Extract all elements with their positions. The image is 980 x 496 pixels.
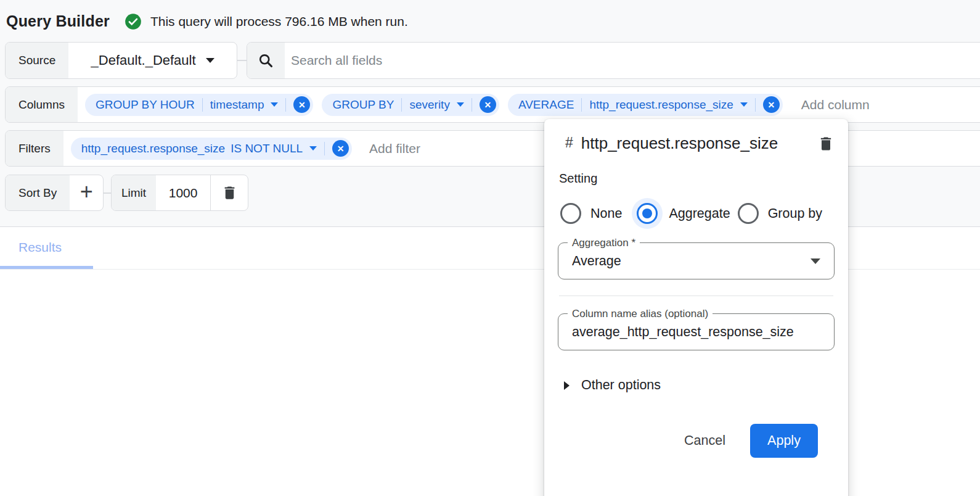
columns-label: Columns: [6, 87, 78, 122]
trash-icon: [817, 135, 835, 152]
limit-label: Limit: [112, 175, 156, 210]
chip-field: http_request.response_size: [589, 98, 733, 112]
column-alias-input[interactable]: [572, 324, 820, 340]
column-alias-field: Column name alias (optional): [558, 313, 835, 350]
search-field-row: [247, 42, 980, 79]
radio-none-label[interactable]: None: [590, 206, 622, 221]
add-filter-input[interactable]: Add filter: [369, 141, 420, 156]
search-input[interactable]: [285, 43, 980, 78]
radio-aggregate-label[interactable]: Aggregate: [669, 206, 730, 221]
apply-button[interactable]: Apply: [750, 424, 818, 458]
chip-condition: IS NOT NULL: [231, 142, 303, 155]
column-settings-popup: # http_request.response_size Setting Non…: [544, 119, 848, 496]
filter-chip-response-size[interactable]: http_request.response_size IS NOT NULL ✕: [71, 138, 352, 160]
other-options-expander[interactable]: Other options: [558, 378, 835, 393]
aggregation-select[interactable]: Aggregation * Average: [558, 242, 835, 279]
limit-value-cell: [156, 175, 210, 210]
setting-heading: Setting: [559, 172, 835, 186]
chip-divider: [401, 98, 402, 112]
chevron-down-icon: [309, 146, 317, 151]
aggregation-select-value: Average: [572, 254, 801, 269]
popup-header: # http_request.response_size: [558, 130, 835, 157]
chevron-down-icon: [740, 102, 748, 107]
chip-field: timestamp: [210, 98, 264, 112]
chip-divider: [581, 98, 582, 112]
delete-column-button[interactable]: [817, 135, 835, 155]
chevron-down-icon: [271, 102, 278, 107]
limit-input[interactable]: [160, 186, 206, 200]
chip-divider: [285, 98, 286, 112]
chip-divider: [324, 142, 325, 155]
check-circle-icon: [125, 13, 142, 30]
column-chip-timestamp[interactable]: GROUP BY HOUR timestamp ✕: [85, 94, 313, 116]
other-options-label: Other options: [581, 378, 661, 393]
radio-none[interactable]: [560, 203, 581, 224]
page-title: Query Builder: [6, 12, 110, 30]
source-dropdown-value: _Default._Default: [91, 52, 196, 68]
columns-chip-area: GROUP BY HOUR timestamp ✕ GROUP BY sever…: [78, 87, 980, 122]
remove-column-icon[interactable]: ✕: [293, 96, 310, 113]
delete-limit-button[interactable]: [210, 175, 248, 210]
dropdown-arrow-icon: [811, 258, 820, 264]
plus-icon: +: [80, 181, 93, 203]
query-process-status: This query will process 796.16 MB when r…: [150, 14, 408, 29]
column-alias-label: Column name alias (optional): [568, 308, 713, 320]
chip-divider: [202, 98, 203, 112]
radio-aggregate[interactable]: [632, 198, 663, 229]
limit-row: Limit: [111, 175, 248, 211]
remove-filter-icon[interactable]: ✕: [332, 140, 349, 157]
cancel-button[interactable]: Cancel: [680, 427, 729, 455]
header: Query Builder This query will process 79…: [6, 12, 408, 30]
row-connector: [237, 60, 247, 61]
source-row: Source _Default._Default: [5, 42, 237, 79]
popup-divider: [559, 296, 833, 296]
popup-actions: Cancel Apply: [558, 424, 818, 458]
add-sort-button[interactable]: +: [70, 175, 103, 210]
numeric-field-icon: #: [565, 134, 573, 151]
search-icon-cell: [247, 43, 285, 78]
tab-results[interactable]: Results: [18, 240, 62, 255]
sort-by-row: Sort By +: [5, 175, 104, 211]
expand-arrow-icon: [564, 381, 570, 390]
chip-prefix: GROUP BY: [332, 98, 394, 112]
aggregation-select-label: Aggregation *: [568, 237, 640, 249]
columns-row: Columns GROUP BY HOUR timestamp ✕ GROUP …: [5, 86, 980, 123]
add-column-input[interactable]: Add column: [801, 97, 870, 112]
chip-prefix: GROUP BY HOUR: [96, 98, 195, 112]
sort-by-label: Sort By: [6, 175, 70, 210]
query-builder-screen: Query Builder This query will process 79…: [0, 0, 980, 496]
chip-divider: [755, 98, 756, 112]
popup-field-name: http_request.response_size: [581, 130, 785, 157]
row-connector: [104, 192, 111, 194]
chip-field: http_request.response_size: [81, 142, 225, 155]
remove-column-icon[interactable]: ✕: [480, 96, 496, 113]
chip-field: severity: [409, 98, 449, 112]
filters-label: Filters: [6, 131, 63, 166]
chevron-down-icon: [206, 58, 214, 63]
search-icon: [258, 52, 274, 69]
chevron-down-icon: [457, 102, 464, 107]
source-label: Source: [6, 43, 68, 78]
source-dropdown[interactable]: _Default._Default: [68, 43, 237, 78]
remove-column-icon[interactable]: ✕: [763, 96, 780, 113]
chip-prefix: AVERAGE: [518, 98, 574, 112]
column-chip-response-size[interactable]: AVERAGE http_request.response_size ✕: [508, 94, 783, 116]
setting-radio-group: None Aggregate Group by: [560, 198, 835, 229]
chip-divider: [472, 98, 472, 112]
column-chip-severity[interactable]: GROUP BY severity ✕: [322, 94, 499, 116]
trash-icon: [221, 184, 238, 201]
radio-group-by[interactable]: [738, 203, 759, 224]
radio-group-by-label[interactable]: Group by: [768, 206, 822, 221]
